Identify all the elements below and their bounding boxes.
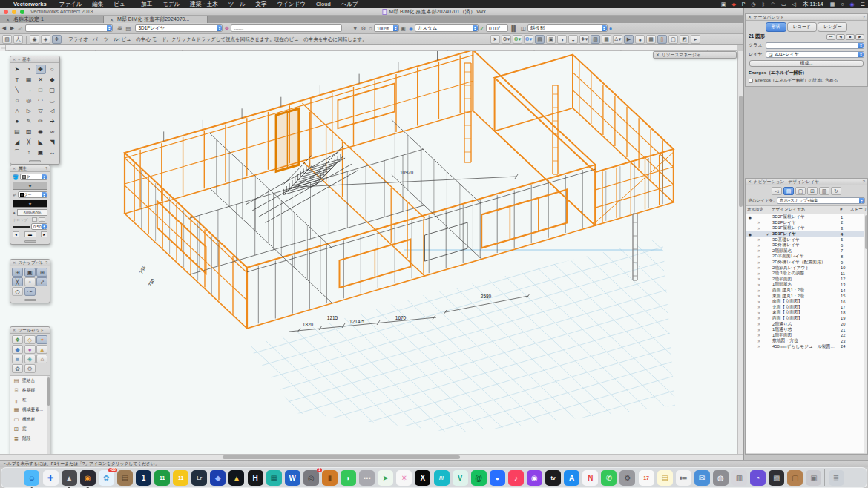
rectangle-tool[interactable]: □: [36, 85, 46, 95]
dock-launchpad[interactable]: ▲: [62, 470, 77, 486]
close-icon[interactable]: ✕: [748, 179, 752, 184]
password-manager-icon[interactable]: P: [742, 1, 746, 7]
rounded-rect-tool[interactable]: ▢: [47, 85, 57, 95]
layer-list-scrollbar[interactable]: [864, 214, 867, 453]
other-layers-dropdown[interactable]: 表示+スナップ+編集 ▲▼: [777, 197, 865, 204]
layer-hidden-icon[interactable]: ✕: [754, 311, 763, 315]
dock-podcasts[interactable]: ◉: [527, 470, 542, 486]
settings-gear-icon[interactable]: ⚙▾: [502, 35, 511, 44]
zoom-level-dropdown[interactable]: 100%▲▼: [374, 24, 399, 32]
layer-hidden-icon[interactable]: ✕: [754, 220, 763, 225]
bluetooth-icon[interactable]: ᛒ: [762, 1, 765, 7]
palette-options-icon[interactable]: ❖▾: [579, 35, 589, 44]
nav-design-layers-icon[interactable]: ▤: [783, 187, 794, 195]
dock-v-app[interactable]: V: [453, 470, 468, 486]
layer-hidden-icon[interactable]: ✕: [754, 339, 763, 343]
cat-visual-icon[interactable]: ✿: [12, 364, 23, 373]
nav-references-icon[interactable]: ↻: [831, 187, 841, 195]
offset-tool[interactable]: ◢: [12, 137, 22, 147]
snap-palette[interactable]: ✕ スナップパレット ? ⊞▣⊕╳▫➶◇〜: [10, 259, 50, 303]
attributes-palette-title[interactable]: ✕ 属性 ?: [10, 165, 50, 172]
triangle-tool[interactable]: △: [12, 106, 22, 116]
fill-color-swatch[interactable]: ✦: [13, 182, 47, 190]
lighting-options-icon[interactable]: ⚙▾: [524, 35, 533, 44]
dock-h-app[interactable]: H: [248, 470, 263, 486]
volume-icon[interactable]: ◁: [792, 1, 796, 7]
tool-component[interactable]: ▦構成要素...: [10, 405, 50, 415]
trim-tool[interactable]: ╳: [24, 137, 34, 147]
dock-teal-app[interactable]: ///: [434, 470, 450, 486]
snap-intersection-icon[interactable]: ╳: [12, 277, 23, 286]
door-mode-icon[interactable]: ▯: [657, 35, 667, 44]
chamfer-tool[interactable]: ◥: [47, 137, 57, 147]
fill-bucket-icon[interactable]: 🪣: [13, 174, 19, 180]
pan-tool[interactable]: ◔: [24, 65, 34, 74]
layer-hidden-icon[interactable]: ✕: [754, 322, 763, 326]
dock-dark-app[interactable]: ▩: [769, 470, 784, 486]
drop-shadow-options-button[interactable]: …: [39, 217, 45, 222]
split-view-icon[interactable]: ▐▌: [510, 25, 518, 32]
nav-viewports-icon[interactable]: ⊞: [807, 187, 818, 195]
dock-finder[interactable]: ☺: [24, 470, 39, 486]
tool-wall-join[interactable]: ▤壁結合: [10, 376, 50, 386]
more-options-button[interactable]: •••: [826, 34, 835, 40]
layer-dropdown[interactable]: ◪ 3D1Fレイヤ ▲▼: [766, 51, 864, 58]
dock-appstore[interactable]: A: [564, 470, 579, 486]
tool-window[interactable]: ⊞窓: [10, 424, 50, 434]
layer-hidden-icon[interactable]: ✕: [754, 344, 763, 349]
menu-ファイル[interactable]: ファイル: [59, 1, 82, 7]
prev-attr-button[interactable]: ◂: [13, 231, 19, 237]
saved-views-icon[interactable]: ◅: [18, 25, 22, 32]
cat-3d-icon[interactable]: ◈: [24, 355, 36, 363]
tool-stair[interactable]: ≣階段: [10, 434, 50, 444]
magnify-icon[interactable]: ○: [369, 25, 372, 32]
tool-footing[interactable]: ⌸柱基礎: [10, 386, 50, 395]
rotate-tool[interactable]: ◉: [36, 127, 46, 136]
line-weight-dropdown[interactable]: 0.50 ▲▼: [31, 223, 47, 230]
help-icon[interactable]: ?: [45, 260, 47, 265]
flyover-tool[interactable]: ✚: [36, 65, 46, 74]
menu-ウインドウ[interactable]: ウインドウ: [277, 1, 306, 7]
collapse-icon[interactable]: ÷: [18, 57, 20, 62]
tool-column[interactable]: ╥柱: [10, 395, 50, 405]
selection-tool[interactable]: ➤: [12, 65, 22, 74]
dock-light-app[interactable]: ▣: [806, 470, 821, 486]
fill-tool[interactable]: ●: [12, 116, 22, 126]
camera-icon[interactable]: ▣: [546, 35, 556, 44]
clip-tool[interactable]: ▤: [12, 127, 22, 136]
saved-view-stepper[interactable]: ▲▼: [107, 25, 112, 31]
basic-palette-title[interactable]: ✕ ÷ 基本: [10, 56, 59, 63]
sphere-render-icon[interactable]: ●: [635, 35, 645, 44]
menu-ビュー[interactable]: ビュー: [114, 1, 131, 7]
dock-printer-app[interactable]: ▦: [266, 470, 282, 486]
column-header-3[interactable]: ストーリ: [850, 207, 867, 213]
close-icon[interactable]: ✕: [13, 166, 16, 171]
drawing-canvas[interactable]: 182012151214.51670258010920765750 ✕ リソース…: [0, 51, 743, 454]
data-tab-レコード[interactable]: レコード: [787, 22, 817, 32]
cat-arch-icon[interactable]: ✦: [36, 335, 47, 344]
dock-gray-app[interactable]: ▥: [731, 470, 747, 486]
navigation-palette-title[interactable]: ✕ ナビゲーション - デザインレイヤ ?: [746, 179, 867, 185]
next-attr-button[interactable]: ▸: [41, 231, 47, 237]
cat-furniture-icon[interactable]: ▲: [36, 345, 47, 354]
fill-style-dropdown[interactable]: ク─ ▲▼: [20, 174, 47, 180]
dock-app-11-green[interactable]: 11: [154, 470, 170, 486]
layer-hidden-icon[interactable]: ✕: [754, 305, 763, 309]
snap-angle-icon[interactable]: ⊕: [36, 268, 47, 277]
symbol-tool[interactable]: ◆: [47, 75, 57, 85]
connect-tool[interactable]: ⌒: [12, 148, 22, 157]
delete-tool[interactable]: ✕: [36, 75, 46, 85]
dock-chat-app[interactable]: ⋯: [359, 470, 375, 486]
tool-framing-member[interactable]: ▭構造材: [10, 415, 50, 424]
multi-pane-icon[interactable]: ◫: [521, 25, 526, 32]
layer-hidden-icon[interactable]: ✕: [754, 277, 763, 281]
layer-hidden-icon[interactable]: ✕: [754, 333, 763, 337]
menu-モデル[interactable]: モデル: [162, 1, 180, 7]
render-options-icon[interactable]: ⚙▾: [513, 35, 522, 44]
spline-tool[interactable]: ◁: [47, 106, 57, 116]
layer-hidden-icon[interactable]: ✕: [754, 254, 763, 259]
close-icon[interactable]: ✕: [748, 15, 752, 19]
energos-checkbox[interactable]: [749, 79, 753, 83]
toolset-palette-title[interactable]: ✕ ツールセット: [10, 327, 50, 334]
figure-options-icon[interactable]: ♙▾: [613, 35, 622, 44]
